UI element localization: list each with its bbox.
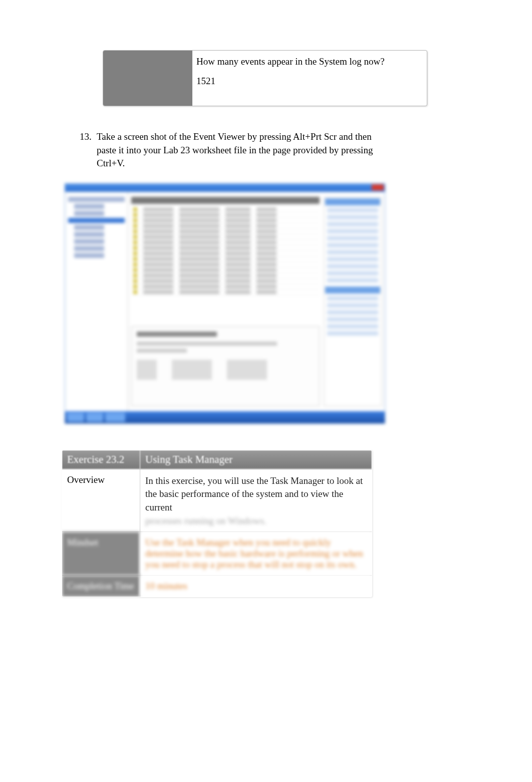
completion-time-row: Completion Time 10 minutes: [62, 575, 372, 597]
step-number: 13.: [80, 130, 97, 170]
mindset-label: Mindset: [62, 532, 140, 575]
main-pane: [128, 192, 385, 411]
mindset-text: Use the Task Manager when you need to qu…: [140, 532, 372, 575]
window-body: [65, 192, 385, 411]
actions-pane: [324, 197, 382, 406]
completion-time-value: 10 minutes: [140, 575, 372, 597]
mindset-row: Mindset Use the Task Manager when you ne…: [62, 532, 372, 575]
step-text-part1: Take a screen shot of the Event Viewer b…: [97, 131, 293, 142]
question-answer-column: How many events appear in the System log…: [192, 51, 427, 106]
overview-label: Overview: [62, 469, 140, 532]
window-titlebar: [65, 184, 385, 192]
question-text: How many events appear in the System log…: [196, 55, 421, 69]
question-label-column: [103, 51, 192, 106]
question-answer-box: How many events appear in the System log…: [103, 50, 427, 106]
exercise-header-row: Exercise 23.2 Using Task Manager: [62, 450, 372, 469]
overview-text: In this exercise, you will use the Task …: [145, 475, 363, 512]
exercise-table: Exercise 23.2 Using Task Manager Overvie…: [62, 450, 372, 597]
keyboard-shortcut-1: Alt+Prt Scr: [293, 131, 337, 142]
detail-pane: [131, 326, 320, 406]
overview-content: In this exercise, you will use the Task …: [140, 469, 372, 532]
answer-text: 1521: [196, 74, 421, 89]
completion-time-label: Completion Time: [62, 575, 140, 597]
list-header: [131, 197, 320, 204]
event-list: [131, 207, 320, 321]
close-icon: [372, 184, 384, 190]
event-viewer-screenshot: [65, 183, 385, 424]
exercise-title: Using Task Manager: [140, 450, 372, 469]
overview-text-blurred: processes running on Windows.: [145, 515, 367, 527]
overview-row: Overview In this exercise, you will use …: [62, 469, 372, 532]
taskbar: [65, 411, 385, 423]
exercise-number: Exercise 23.2: [62, 450, 140, 469]
navigation-tree: [65, 192, 128, 411]
instruction-step: 13. Take a screen shot of the Event View…: [80, 130, 474, 170]
step-text: Take a screen shot of the Event Viewer b…: [97, 130, 377, 170]
